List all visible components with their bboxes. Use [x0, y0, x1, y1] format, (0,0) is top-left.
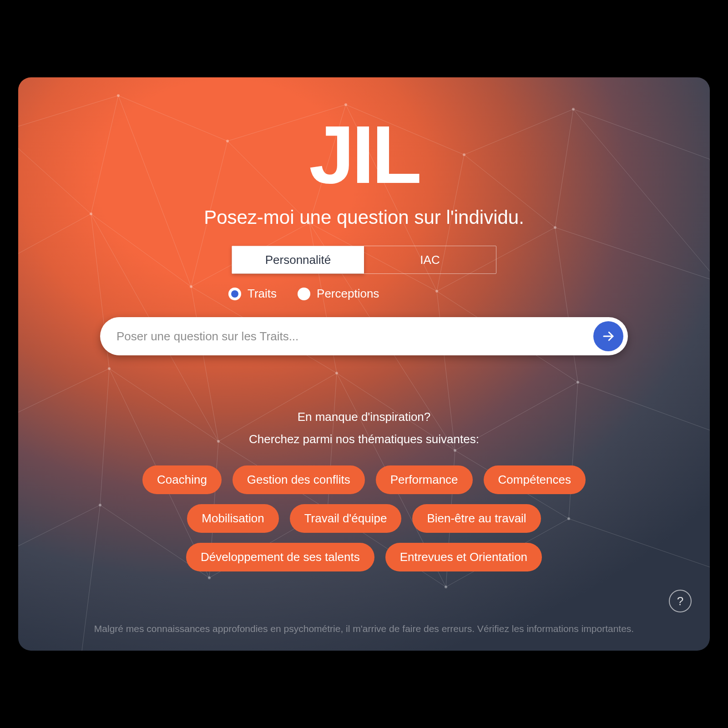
svg-point-16 [208, 576, 211, 579]
chip-performance[interactable]: Performance [376, 465, 473, 494]
tab-container: Personnalité IAC [232, 246, 496, 274]
tab-iac[interactable]: IAC [364, 246, 496, 273]
svg-point-14 [576, 381, 579, 384]
svg-point-3 [463, 153, 465, 156]
svg-point-10 [108, 367, 111, 370]
svg-point-4 [572, 108, 575, 111]
svg-point-8 [435, 290, 438, 293]
app-window: JIL Posez-moi une question sur l'individ… [18, 77, 710, 651]
inspiration-line2: Cherchez parmi nos thématiques suivantes… [249, 432, 479, 446]
send-button[interactable] [593, 321, 623, 351]
inspiration-line1: En manque d'inspiration? [249, 410, 479, 424]
chip-mobilisation[interactable]: Mobilisation [187, 504, 278, 533]
radio-perceptions[interactable]: Perceptions [298, 287, 379, 301]
radio-circle-icon [228, 288, 241, 300]
subtitle: Posez-moi une question sur l'individu. [204, 207, 524, 228]
radio-perceptions-label: Perceptions [317, 287, 379, 301]
help-button[interactable]: ? [669, 590, 692, 612]
chip-gestion-conflits[interactable]: Gestion des conflits [233, 465, 365, 494]
svg-point-18 [445, 586, 447, 588]
chips-container: Coaching Gestion des conflits Performanc… [109, 465, 619, 571]
chip-entrevues-orientation[interactable]: Entrevues et Orientation [385, 543, 542, 571]
svg-point-5 [90, 212, 92, 215]
chip-travail-equipe[interactable]: Travail d'équipe [290, 504, 402, 533]
svg-point-12 [335, 372, 338, 374]
svg-point-15 [99, 504, 101, 506]
svg-point-13 [454, 449, 456, 452]
radio-traits-label: Traits [248, 287, 277, 301]
svg-point-6 [190, 285, 192, 288]
radio-row: Traits Perceptions [228, 287, 379, 301]
chip-bien-etre[interactable]: Bien-être au travail [412, 504, 541, 533]
tab-personality[interactable]: Personnalité [232, 246, 364, 273]
chip-developpement-talents[interactable]: Développement de ses talents [186, 543, 374, 571]
search-input[interactable] [116, 329, 593, 344]
svg-point-11 [217, 440, 220, 443]
svg-point-0 [117, 94, 120, 97]
search-bar [100, 317, 628, 355]
arrow-right-icon [602, 329, 615, 343]
chip-competences[interactable]: Compétences [484, 465, 586, 494]
logo: JIL [309, 114, 419, 196]
disclaimer: Malgré mes connaissances approfondies en… [18, 623, 710, 634]
svg-point-1 [226, 140, 229, 142]
svg-point-2 [344, 103, 347, 106]
radio-circle-icon [298, 288, 310, 300]
inspiration-block: En manque d'inspiration? Cherchez parmi … [249, 410, 479, 446]
radio-traits[interactable]: Traits [228, 287, 277, 301]
svg-point-9 [554, 226, 556, 229]
chip-coaching[interactable]: Coaching [142, 465, 222, 494]
